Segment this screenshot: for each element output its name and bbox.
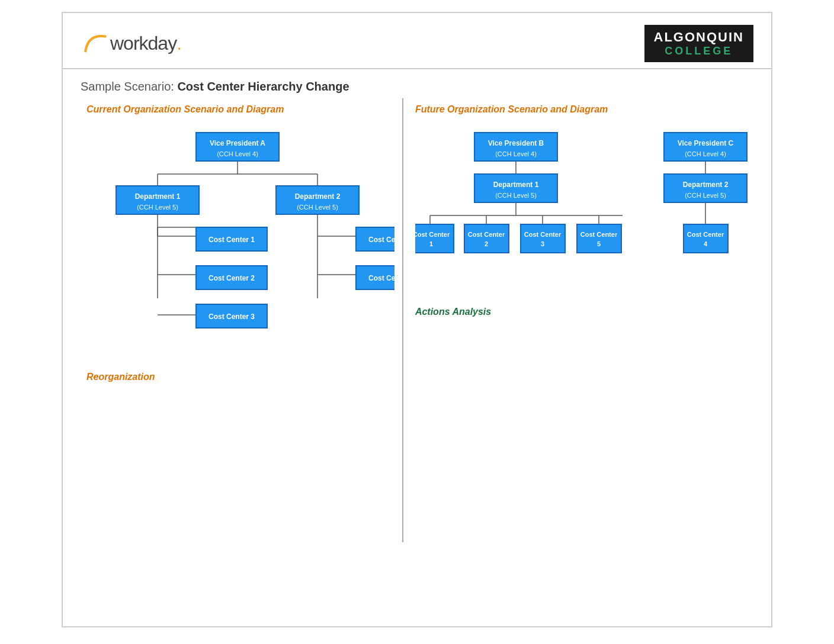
svg-text:4: 4 [704, 240, 708, 247]
svg-text:Cost Center: Cost Center [580, 231, 618, 238]
svg-text:(CCH Level 5): (CCH Level 5) [297, 204, 338, 211]
svg-rect-68 [684, 224, 728, 253]
svg-rect-54 [464, 224, 509, 253]
svg-text:2: 2 [485, 240, 488, 247]
svg-text:1: 1 [429, 240, 433, 247]
title-prefix: Sample Scenario: [81, 80, 177, 93]
future-chart-svg: Vice President B (CCH Level 4) Vice Pres… [415, 127, 759, 292]
svg-text:(CCH Level 5): (CCH Level 5) [137, 204, 178, 211]
svg-text:Department 2: Department 2 [683, 181, 729, 189]
left-panel: Current Organization Scenario and Diagra… [75, 98, 403, 542]
title-bold: Cost Center Hierarchy Change [177, 80, 349, 93]
content-area: Current Organization Scenario and Diagra… [63, 98, 771, 542]
svg-text:Cost Center: Cost Center [468, 231, 505, 238]
right-panel: Future Organization Scenario and Diagram… [403, 98, 759, 542]
algonquin-college: COLLEGE [665, 45, 733, 57]
svg-text:3: 3 [541, 240, 544, 247]
svg-text:(CCH Level 4): (CCH Level 4) [495, 150, 537, 157]
actions-title: Actions Analysis [415, 307, 748, 317]
svg-text:5: 5 [597, 240, 601, 247]
current-org-chart: Vice President A (CCH Level 4) Departmen… [86, 127, 390, 354]
future-section-title: Future Organization Scenario and Diagram [415, 104, 748, 115]
svg-text:(CCH Level 4): (CCH Level 4) [217, 150, 258, 157]
svg-text:Cost Center 2: Cost Center 2 [208, 274, 255, 282]
svg-text:Cost Center: Cost Center [415, 231, 450, 238]
page-container: workday. ALGONQUIN COLLEGE Sample Scenar… [62, 12, 772, 627]
algonquin-logo: ALGONQUIN COLLEGE [644, 25, 753, 62]
current-chart-svg: Vice President A (CCH Level 4) Departmen… [86, 127, 394, 352]
svg-text:Cost Center 5: Cost Center 5 [368, 274, 394, 282]
page-title: Sample Scenario: Cost Center Hierarchy C… [63, 69, 771, 98]
svg-text:Vice President A: Vice President A [210, 139, 265, 147]
svg-rect-57 [521, 224, 565, 253]
workday-arc-icon [81, 29, 110, 59]
svg-text:Department 1: Department 1 [135, 192, 181, 201]
future-org-chart: Vice President B (CCH Level 4) Vice Pres… [415, 127, 748, 295]
svg-text:Cost Center 1: Cost Center 1 [208, 236, 255, 244]
workday-dot: . [177, 33, 182, 54]
header: workday. ALGONQUIN COLLEGE [63, 13, 771, 69]
algonquin-name: ALGONQUIN [654, 30, 744, 45]
svg-text:Department 2: Department 2 [295, 192, 341, 201]
svg-text:(CCH Level 4): (CCH Level 4) [685, 150, 726, 157]
svg-text:Cost Center: Cost Center [687, 231, 724, 238]
svg-text:Vice President B: Vice President B [488, 139, 544, 147]
svg-rect-51 [415, 224, 454, 253]
svg-rect-60 [577, 224, 621, 253]
svg-text:(CCH Level 5): (CCH Level 5) [495, 192, 537, 199]
svg-text:Cost Center 3: Cost Center 3 [208, 313, 255, 321]
svg-text:Cost Center 4: Cost Center 4 [368, 236, 394, 244]
svg-text:Vice President C: Vice President C [678, 139, 734, 147]
reorg-title: Reorganization [86, 372, 390, 382]
current-section-title: Current Organization Scenario and Diagra… [86, 104, 390, 115]
workday-wordmark: workday [110, 33, 177, 54]
svg-text:(CCH Level 5): (CCH Level 5) [685, 192, 726, 199]
svg-text:Cost Center: Cost Center [524, 231, 562, 238]
workday-logo: workday. [81, 29, 182, 59]
svg-text:Department 1: Department 1 [493, 181, 539, 189]
